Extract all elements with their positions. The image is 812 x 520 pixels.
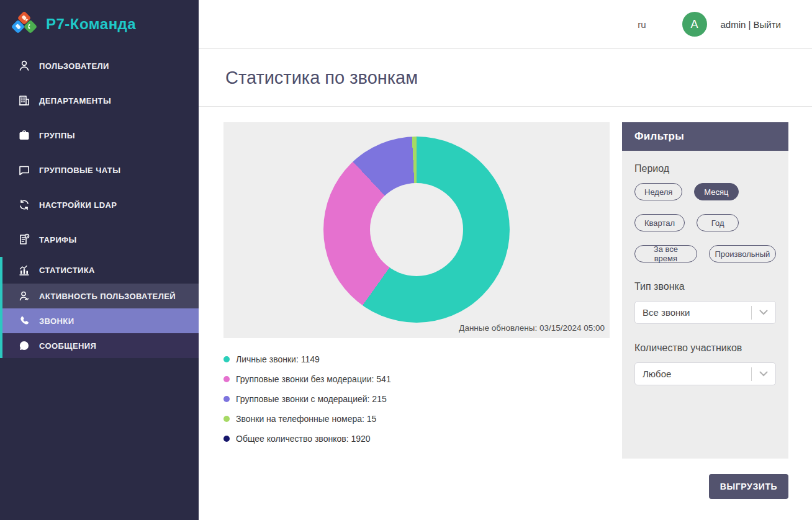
sidebar-item-tariffs[interactable]: ТАРИФЫ — [0, 222, 199, 257]
legend-color-dot — [223, 376, 230, 382]
chat-solid-icon — [17, 338, 32, 353]
filters-column: Фильтры Период НеделяМесяцКварталГодЗа в… — [622, 122, 788, 520]
filters-panel: Фильтры Период НеделяМесяцКварталГодЗа в… — [622, 122, 788, 459]
participants-section: Количество участников Любое — [634, 343, 776, 385]
content: Данные обновлены: 03/15/2024 05:00 Личны… — [199, 107, 812, 520]
period-row: За все времяПроизвольный — [634, 245, 776, 262]
logo-title: Р7-Команда — [46, 16, 136, 33]
legend-item: Групповые звонки без модерации: 541 — [223, 374, 610, 384]
logo-icon — [10, 9, 38, 40]
filters-title: Фильтры — [622, 122, 788, 151]
sidebar-item-label: ГРУППЫ — [39, 131, 75, 140]
sidebar-item-groups[interactable]: ГРУППЫ — [0, 118, 199, 153]
sidebar-item-label: ГРУППОВЫЕ ЧАТЫ — [39, 166, 120, 175]
legend-label: Звонки на телефонные номера: 15 — [236, 414, 376, 424]
period-pill[interactable]: Квартал — [634, 214, 685, 231]
chart-panel: Данные обновлены: 03/15/2024 05:00 — [223, 122, 610, 338]
period-pill[interactable]: Произвольный — [709, 245, 776, 262]
period-label: Период — [634, 163, 776, 174]
sidebar-item-group-chats[interactable]: ГРУППОВЫЕ ЧАТЫ — [0, 153, 199, 187]
call-type-value: Все звонки — [643, 307, 751, 318]
period-options: НеделяМесяцКварталГодЗа все времяПроизво… — [634, 183, 776, 262]
briefcase-icon — [17, 128, 32, 143]
user-menu[interactable]: admin | Выйти — [721, 19, 782, 30]
sidebar-item-statistics[interactable]: СТАТИСТИКА — [2, 257, 199, 284]
main-area: ru A admin | Выйти Статистика по звонкам… — [199, 0, 812, 520]
chat-outline-icon — [17, 163, 32, 177]
call-type-select[interactable]: Все звонки — [634, 301, 776, 324]
call-type-section: Тип звонка Все звонки — [634, 281, 776, 324]
legend-item: Общее количество звонков: 1920 — [223, 434, 610, 444]
period-pill[interactable]: За все время — [634, 245, 697, 262]
sidebar-item-label: СООБЩЕНИЯ — [39, 341, 96, 351]
period-row: НеделяМесяц — [634, 183, 776, 200]
sync-icon — [17, 197, 32, 212]
top-header: ru A admin | Выйти — [199, 0, 812, 49]
user-activity-icon — [17, 289, 32, 303]
statistics-group: СТАТИСТИКА АКТИВНОСТЬ ПОЛЬЗОВАТЕЛЕЙ ЗВОН… — [0, 257, 199, 358]
legend-label: Групповые звонки с модерацией: 215 — [236, 394, 387, 404]
sidebar-nav: ПОЛЬЗОВАТЕЛИ ДЕПАРТАМЕНТЫ ГРУППЫ ГРУППОВ… — [0, 48, 199, 358]
page-title: Статистика по звонкам — [225, 68, 418, 88]
legend-item: Личные звонки: 1149 — [223, 354, 610, 364]
document-clock-icon — [17, 232, 32, 247]
export-row: ВЫГРУЗИТЬ — [622, 474, 788, 499]
legend-color-dot — [223, 396, 230, 402]
legend-color-dot — [223, 356, 230, 362]
participants-value: Любое — [643, 369, 751, 379]
chevron-down-icon — [752, 310, 775, 315]
period-row: КварталГод — [634, 214, 776, 231]
sidebar-item-users[interactable]: ПОЛЬЗОВАТЕЛИ — [0, 48, 199, 83]
participants-select[interactable]: Любое — [634, 362, 776, 385]
sidebar-item-label: ТАРИФЫ — [39, 235, 77, 244]
sidebar-item-ldap[interactable]: НАСТРОЙКИ LDAP — [0, 187, 199, 222]
sidebar-item-label: СТАТИСТИКА — [39, 266, 95, 275]
sidebar-item-user-activity[interactable]: АКТИВНОСТЬ ПОЛЬЗОВАТЕЛЕЙ — [2, 284, 199, 308]
legend-item: Групповые звонки с модерацией: 215 — [223, 394, 610, 404]
chevron-down-icon — [752, 371, 775, 377]
call-type-label: Тип звонка — [634, 281, 776, 292]
app-window: Р7-Команда ПОЛЬЗОВАТЕЛИ ДЕПАРТАМЕНТЫ ГРУ… — [0, 0, 812, 520]
legend-label: Личные звонки: 1149 — [236, 354, 320, 364]
phone-icon — [17, 313, 32, 328]
legend-color-dot — [223, 436, 230, 442]
donut-hole — [370, 183, 463, 276]
participants-label: Количество участников — [634, 343, 776, 354]
sidebar-item-messages[interactable]: СООБЩЕНИЯ — [2, 333, 199, 358]
user-icon — [17, 58, 32, 73]
avatar[interactable]: A — [682, 12, 707, 37]
legend-label: Общее количество звонков: 1920 — [236, 434, 371, 444]
language-switcher[interactable]: ru — [638, 19, 646, 30]
legend-label: Групповые звонки без модерации: 541 — [236, 374, 391, 384]
data-updated-note: Данные обновлены: 03/15/2024 05:00 — [459, 323, 605, 333]
sidebar-item-label: ДЕПАРТАМЕНТЫ — [39, 96, 111, 105]
building-icon — [17, 93, 32, 108]
sidebar: Р7-Команда ПОЛЬЗОВАТЕЛИ ДЕПАРТАМЕНТЫ ГРУ… — [0, 0, 199, 520]
title-bar: Статистика по звонкам — [199, 49, 812, 107]
period-pill[interactable]: Месяц — [694, 183, 738, 200]
app-logo: Р7-Команда — [0, 0, 199, 48]
sidebar-item-label: АКТИВНОСТЬ ПОЛЬЗОВАТЕЛЕЙ — [39, 292, 176, 301]
legend-color-dot — [223, 416, 230, 422]
sidebar-item-calls[interactable]: ЗВОНКИ — [2, 308, 199, 333]
bar-chart-icon — [17, 263, 32, 278]
sidebar-item-label: ЗВОНКИ — [39, 316, 74, 326]
chart-column: Данные обновлены: 03/15/2024 05:00 Личны… — [223, 122, 610, 520]
donut-chart — [323, 137, 510, 323]
period-pill[interactable]: Неделя — [634, 183, 682, 200]
sidebar-item-departments[interactable]: ДЕПАРТАМЕНТЫ — [0, 83, 199, 118]
export-button[interactable]: ВЫГРУЗИТЬ — [709, 474, 788, 499]
sidebar-item-label: НАСТРОЙКИ LDAP — [39, 200, 117, 210]
filters-body: Период НеделяМесяцКварталГодЗа все время… — [622, 151, 788, 398]
period-pill[interactable]: Год — [697, 214, 739, 231]
legend-item: Звонки на телефонные номера: 15 — [223, 414, 610, 424]
sidebar-item-label: ПОЛЬЗОВАТЕЛИ — [39, 61, 109, 71]
chart-legend: Личные звонки: 1149Групповые звонки без … — [223, 354, 610, 444]
